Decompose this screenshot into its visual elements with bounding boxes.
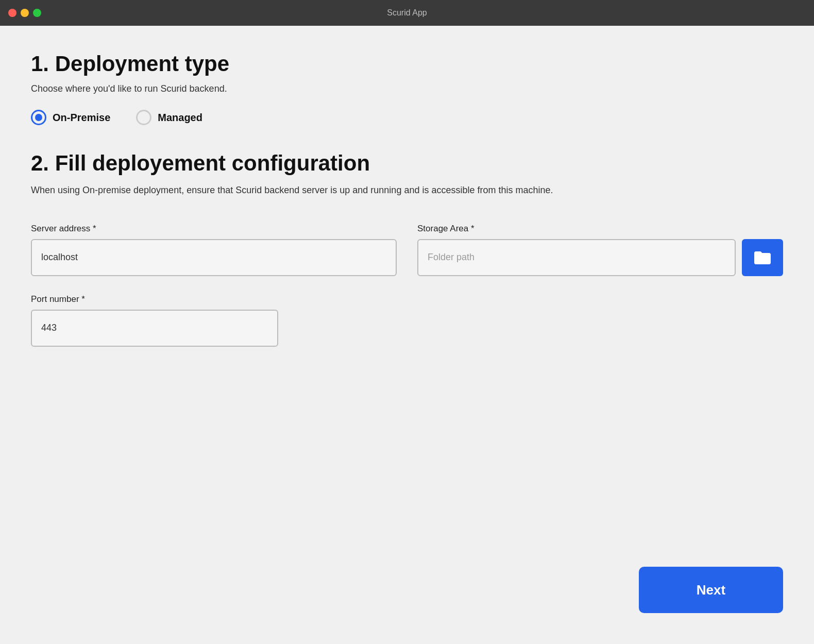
form-group-port-number: Port number * (31, 294, 278, 347)
deployment-type-group: On-Premise Managed (31, 110, 783, 125)
option-managed[interactable]: Managed (136, 110, 202, 125)
next-button[interactable]: Next (639, 567, 783, 613)
storage-area-label: Storage Area * (417, 224, 783, 234)
close-button[interactable] (8, 9, 16, 17)
traffic-lights (8, 9, 41, 17)
option-on-premise[interactable]: On-Premise (31, 110, 110, 125)
radio-managed[interactable] (136, 110, 151, 125)
label-managed: Managed (158, 112, 202, 124)
form-group-server-address: Server address * (31, 224, 397, 276)
radio-on-premise[interactable] (31, 110, 46, 125)
form-row-server-storage: Server address * Storage Area * (31, 224, 783, 276)
port-number-label: Port number * (31, 294, 278, 304)
section1-subtitle: Choose where you'd like to run Scurid ba… (31, 83, 783, 94)
app-title: Scurid App (387, 8, 427, 18)
section2-description: When using On-premise deployment, ensure… (31, 183, 783, 198)
footer-bar: Next (639, 567, 783, 613)
browse-folder-button[interactable] (742, 239, 783, 276)
maximize-button[interactable] (33, 9, 41, 17)
port-number-input[interactable] (31, 310, 278, 347)
storage-area-row (417, 239, 783, 276)
section1-title: 1. Deployment type (31, 52, 783, 76)
server-address-label: Server address * (31, 224, 397, 234)
form-group-storage-area: Storage Area * (417, 224, 783, 276)
storage-area-input[interactable] (417, 239, 736, 276)
folder-icon (753, 250, 772, 265)
server-address-input[interactable] (31, 239, 397, 276)
main-content: 1. Deployment type Choose where you'd li… (0, 26, 814, 391)
label-on-premise: On-Premise (53, 112, 110, 124)
section2-title: 2. Fill deployement configuration (31, 151, 783, 176)
titlebar: Scurid App (0, 0, 814, 26)
form-row-port: Port number * (31, 294, 783, 347)
minimize-button[interactable] (21, 9, 29, 17)
